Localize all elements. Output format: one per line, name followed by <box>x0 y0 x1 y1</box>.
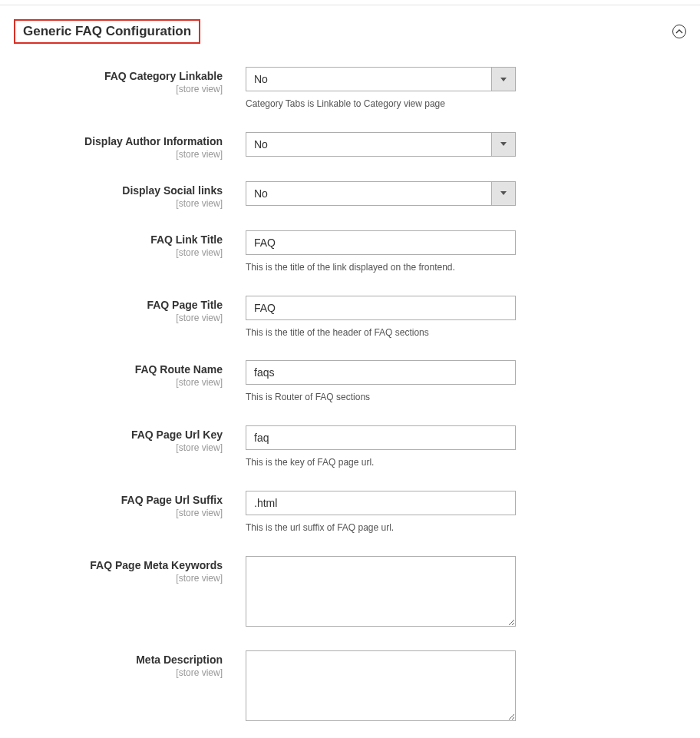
field-label: FAQ Link Title <box>150 233 223 246</box>
input-column: This is the url suffix of FAQ page url. <box>246 491 518 534</box>
scope-label: [store view] <box>14 247 223 258</box>
chevron-up-icon <box>675 29 683 34</box>
url-key-input[interactable] <box>246 425 516 450</box>
link-title-input[interactable] <box>246 230 516 255</box>
scope-label: [store view] <box>14 508 223 518</box>
field-note: This is the url suffix of FAQ page url. <box>246 521 518 534</box>
scope-label: [store view] <box>14 442 223 453</box>
select-wrapper <box>246 67 516 91</box>
input-column <box>246 650 518 723</box>
section-header: Generic FAQ Configuration <box>0 5 700 55</box>
field-url-suffix: FAQ Page Url Suffix [store view] This is… <box>14 491 686 534</box>
route-name-input[interactable] <box>246 360 516 385</box>
scope-label: [store view] <box>14 377 223 388</box>
config-fieldset: FAQ Category Linkable [store view] Categ… <box>0 67 700 738</box>
label-column: Meta Description [store view] <box>14 650 246 678</box>
select-wrapper <box>246 132 516 157</box>
label-column: FAQ Page Title [store view] <box>14 296 246 323</box>
field-label: FAQ Category Linkable <box>104 70 223 82</box>
label-column: FAQ Category Linkable [store view] <box>14 67 246 94</box>
field-url-key: FAQ Page Url Key [store view] This is th… <box>14 425 686 469</box>
field-label: Display Social links <box>122 184 223 197</box>
field-label: FAQ Page Meta Keywords <box>90 559 223 571</box>
field-meta-keywords: FAQ Page Meta Keywords [store view] <box>14 556 686 629</box>
scope-label: [store view] <box>14 573 223 584</box>
field-note: This is the key of FAQ page url. <box>246 456 518 469</box>
field-route-name: FAQ Route Name [store view] This is Rout… <box>14 360 686 404</box>
field-label: FAQ Page Url Suffix <box>121 494 223 506</box>
input-column: This is the key of FAQ page url. <box>246 425 518 469</box>
field-category-linkable: FAQ Category Linkable [store view] Categ… <box>14 67 686 111</box>
label-column: FAQ Link Title [store view] <box>14 230 246 258</box>
input-column <box>246 556 518 629</box>
input-column: This is the title of the link displayed … <box>246 230 518 274</box>
meta-description-textarea[interactable] <box>246 650 516 721</box>
select-wrapper <box>246 181 516 206</box>
scope-label: [store view] <box>14 84 223 94</box>
field-note: This is the title of the header of FAQ s… <box>246 326 518 339</box>
input-column: Category Tabs is Linkable to Category vi… <box>246 67 518 111</box>
field-link-title: FAQ Link Title [store view] This is the … <box>14 230 686 274</box>
scope-label: [store view] <box>14 198 223 209</box>
category-linkable-select[interactable] <box>246 67 516 91</box>
label-column: FAQ Route Name [store view] <box>14 360 246 388</box>
input-column: This is Router of FAQ sections <box>246 360 518 404</box>
field-label: Display Author Information <box>84 135 223 147</box>
display-author-select[interactable] <box>246 132 516 157</box>
display-social-select[interactable] <box>246 181 516 206</box>
field-note: This is the title of the link displayed … <box>246 261 518 274</box>
field-display-author: Display Author Information [store view] <box>14 132 686 160</box>
scope-label: [store view] <box>14 313 223 323</box>
label-column: FAQ Page Url Suffix [store view] <box>14 491 246 518</box>
scope-label: [store view] <box>14 149 223 160</box>
url-suffix-input[interactable] <box>246 491 516 515</box>
field-page-title: FAQ Page Title [store view] This is the … <box>14 296 686 339</box>
field-label: FAQ Page Url Key <box>131 429 223 441</box>
scope-label: [store view] <box>14 667 223 678</box>
field-label: Meta Description <box>136 654 223 666</box>
label-column: FAQ Page Meta Keywords [store view] <box>14 556 246 584</box>
label-column: Display Social links [store view] <box>14 181 246 209</box>
label-column: FAQ Page Url Key [store view] <box>14 425 246 453</box>
input-column <box>246 132 518 157</box>
field-display-social: Display Social links [store view] <box>14 181 686 209</box>
section-title: Generic FAQ Configuration <box>14 19 200 44</box>
field-note: This is Router of FAQ sections <box>246 391 518 404</box>
field-label: FAQ Route Name <box>135 363 223 376</box>
field-meta-description: Meta Description [store view] <box>14 650 686 723</box>
page-title-input[interactable] <box>246 296 516 320</box>
input-column: This is the title of the header of FAQ s… <box>246 296 518 339</box>
meta-keywords-textarea[interactable] <box>246 556 516 627</box>
label-column: Display Author Information [store view] <box>14 132 246 160</box>
field-label: FAQ Page Title <box>147 299 223 311</box>
input-column <box>246 181 518 206</box>
collapse-icon[interactable] <box>672 25 686 38</box>
field-note: Category Tabs is Linkable to Category vi… <box>246 98 518 111</box>
